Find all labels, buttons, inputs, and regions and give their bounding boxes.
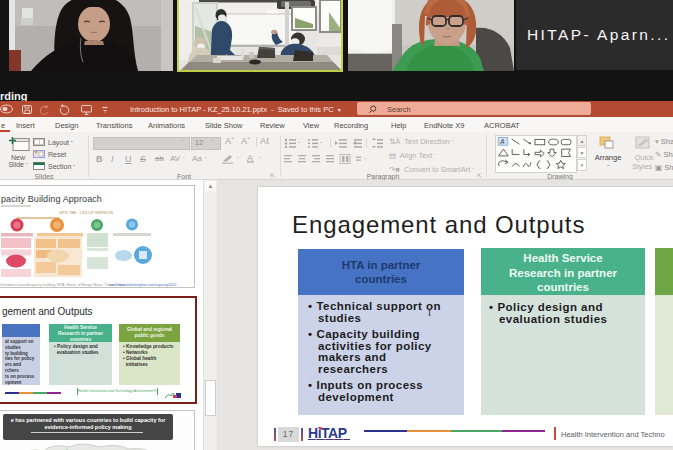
svg-text:ˇ: ˇ [320,141,322,147]
svg-text:ˇ: ˇ [364,157,366,163]
svg-text:ˇ: ˇ [298,141,300,147]
svg-text:A: A [499,138,504,145]
